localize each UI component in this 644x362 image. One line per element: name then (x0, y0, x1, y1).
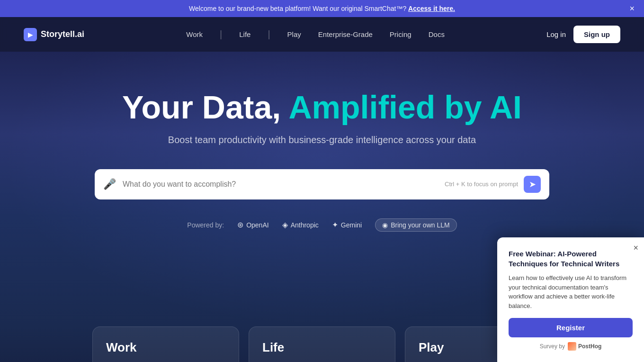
survey-label: Survey by (540, 343, 565, 350)
nav-separator-1: | (220, 29, 222, 40)
nav-item-work[interactable]: Work (186, 30, 203, 38)
provider-gemini: ✦ Gemini (332, 220, 362, 229)
popup-survey-row: Survey by PostHog (509, 342, 633, 351)
signup-button[interactable]: Sign up (573, 26, 620, 43)
nav-item-pricing[interactable]: Pricing (390, 30, 411, 38)
powered-by-section: Powered by: ⊛ OpenAI ◈ Anthropic ✦ Gemin… (187, 218, 456, 232)
banner-close-button[interactable]: × (629, 4, 635, 14)
search-shortcut-hint: Ctrl + K to focus on prompt (445, 181, 518, 188)
byo-label: Bring your own LLM (391, 221, 450, 229)
search-send-button[interactable]: ➤ (524, 176, 541, 193)
hero-subtitle: Boost team productivity with business-gr… (168, 135, 476, 145)
nav-links: Work | Life | Play Enterprise-Grade Pric… (186, 29, 445, 40)
posthog-logo: PostHog (568, 342, 601, 351)
login-button[interactable]: Log in (546, 30, 566, 38)
nav-separator-2: | (268, 29, 270, 40)
popup-register-button[interactable]: Register (509, 318, 633, 337)
logo-icon: ▶ (24, 28, 37, 41)
posthog-icon (568, 342, 576, 351)
popup-title: Free Webinar: AI-Powered Techniques for … (509, 249, 633, 269)
microphone-icon[interactable]: 🎤 (103, 178, 116, 190)
byo-icon: ◉ (382, 221, 388, 229)
posthog-label: PostHog (578, 343, 601, 350)
anthropic-icon: ◈ (282, 220, 288, 229)
banner-text: Welcome to our brand-new beta platform! … (189, 5, 455, 12)
nav-actions: Log in Sign up (546, 26, 620, 43)
nav-item-docs[interactable]: Docs (429, 30, 445, 38)
bring-your-own-llm-button[interactable]: ◉ Bring your own LLM (375, 218, 457, 232)
openai-label: OpenAI (246, 221, 268, 229)
anthropic-label: Anthropic (291, 221, 319, 229)
openai-icon: ⊛ (237, 220, 243, 229)
gemini-label: Gemini (341, 221, 362, 229)
hero-title: Your Data, Amplified by AI (122, 90, 522, 125)
search-input[interactable] (123, 180, 445, 189)
search-bar: 🎤 Ctrl + K to focus on prompt ➤ (95, 169, 549, 199)
webinar-popup: × Free Webinar: AI-Powered Techniques fo… (497, 237, 644, 362)
hero-title-plain: Your Data, (122, 89, 281, 125)
banner-link[interactable]: Access it here. (408, 5, 455, 12)
nav-item-enterprise[interactable]: Enterprise-Grade (318, 30, 373, 38)
card-work-title: Work (106, 340, 225, 355)
logo-text: Storytell.ai (41, 29, 84, 39)
card-life: Life 🌱 Personal Growth (249, 326, 395, 362)
hero-title-accent: Amplified by AI (289, 89, 522, 125)
nav-item-play[interactable]: Play (287, 30, 301, 38)
logo[interactable]: ▶ Storytell.ai (24, 28, 84, 41)
nav-item-life[interactable]: Life (239, 30, 250, 38)
provider-anthropic: ◈ Anthropic (282, 220, 319, 229)
powered-by-label: Powered by: (187, 221, 224, 229)
navbar: ▶ Storytell.ai Work | Life | Play Enterp… (0, 17, 644, 52)
announcement-banner: Welcome to our brand-new beta platform! … (0, 0, 644, 17)
provider-openai: ⊛ OpenAI (237, 220, 268, 229)
popup-close-button[interactable]: × (633, 243, 638, 253)
gemini-icon: ✦ (332, 220, 338, 229)
card-life-title: Life (262, 340, 382, 355)
popup-body: Learn how to effectively use AI to trans… (509, 273, 633, 310)
card-work: Work 📋 Sales (92, 326, 239, 362)
